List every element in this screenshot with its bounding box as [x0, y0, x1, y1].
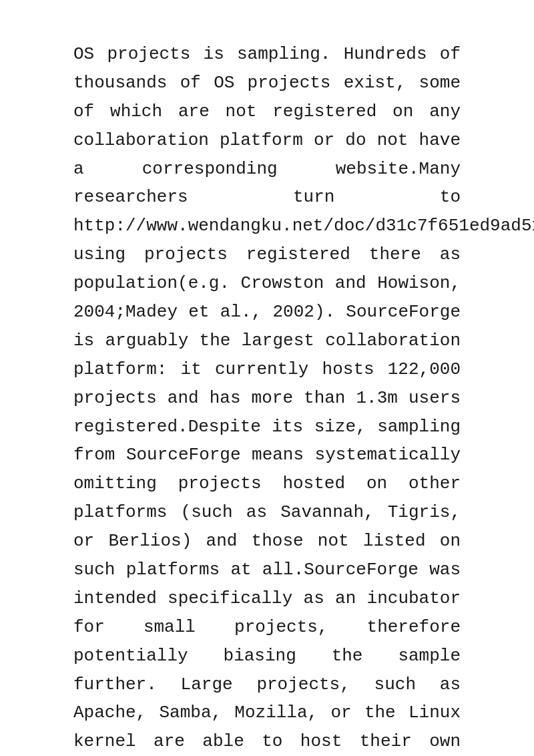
- main-paragraph: OS projects is sampling. Hundreds of tho…: [73, 40, 461, 756]
- main-text-block: OS projects is sampling. Hundreds of tho…: [73, 40, 461, 756]
- page: OS projects is sampling. Hundreds of tho…: [0, 0, 534, 756]
